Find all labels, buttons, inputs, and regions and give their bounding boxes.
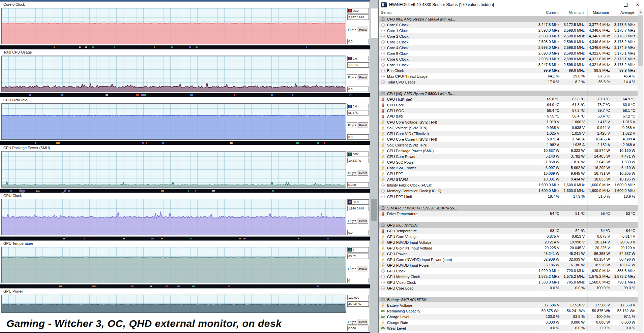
sensor-row-bus-clock[interactable]: Bus Clock99.9 MHz99.9 MHz99.9 MHz99.9 MH…: [379, 68, 638, 73]
sensor-row-core-1-clock[interactable]: Core 1 Clock2,598.0 MHz2,598.0 MHz4,346.…: [379, 28, 638, 33]
graph-max-box[interactable]: ): [347, 247, 369, 253]
fit-y-button[interactable]: Fit y: [347, 218, 357, 224]
sensor-row-cpu-ppt[interactable]: CPU PPT10.089 W9.645 W16.731 W10.205 W: [379, 171, 638, 176]
sensor-row-soc-current-svi2-tfn[interactable]: SoC Current (SVI2 TFN)1.982 A1.935 A2.18…: [379, 142, 638, 148]
sensor-row-core-2-clock[interactable]: Core 2 Clock2,598.0 MHz2,598.0 MHz4,346.…: [379, 33, 638, 39]
column-header-sensor[interactable]: Sensor: [379, 9, 537, 16]
vertical-scrollbar[interactable]: [638, 9, 643, 332]
sensor-row-core-soc-power[interactable]: Core+SoC Power6.997 W5.662 W16.299 W6.41…: [379, 165, 638, 171]
reset-button[interactable]: Reset: [358, 170, 368, 176]
window-titlebar[interactable]: HWiNFO64 v6.40-4330 Sensor Status [170 v…: [379, 0, 644, 9]
graph-window-titlebar[interactable]: CPU (Tctl/Tdie): [0, 97, 370, 103]
sensor-row-infinity-fabric-clock-fclk[interactable]: Infinity Fabric Clock (FCLK)1,600.0 MHz1…: [379, 182, 638, 188]
sensor-row-gpu-8-pin-1-input-voltage[interactable]: GPU 8-pin #1 Input Voltage20.225 V20.045…: [379, 245, 638, 251]
graph-max-box[interactable]: 00.0: [347, 199, 369, 205]
sensor-row-cpu-core-vid-effective[interactable]: CPU Core VID (Effective)1.025 V1.019 V1.…: [379, 131, 638, 136]
graph-max-box[interactable]: 0.0: [347, 56, 369, 61]
sensor-row-gpu-clock[interactable]: GPU Clock1,920.0 MHz720.0 MHz1,920.0 MHz…: [379, 268, 638, 274]
graph-min-box[interactable]: 0.0: [347, 230, 369, 235]
sensor-row-max-cpu-thread-usage[interactable]: Max CPU/Thread Usage64.1 %29.0 %87.5 %45…: [379, 73, 638, 79]
graph-min-box[interactable]: 0.0: [347, 39, 369, 44]
sensor-row-cpu-soc-power[interactable]: CPU SoC Power1.858 W1.816 W2.045 W1.939 …: [379, 159, 638, 165]
sensor-row-remaining-capacity[interactable]: Remaining Capacity59.875 Wh56.241 Wh59.8…: [379, 308, 638, 314]
graph-window-titlebar[interactable]: GPU Clock: [0, 193, 370, 199]
reset-button[interactable]: Reset: [358, 74, 368, 80]
sensor-row-core-0-clock[interactable]: Core 0 Clock3,247.5 MHz3,172.5 MHz3,377.…: [379, 22, 638, 28]
column-header-current[interactable]: Current: [537, 9, 562, 16]
sensor-row-gpu-video-clock[interactable]: GPU Video Clock1,560.0 MHz795.0 MHz1,560…: [379, 279, 638, 285]
sensor-row-cpu-core-power[interactable]: CPU Core Power5.140 W3.782 W14.483 W4.47…: [379, 154, 638, 159]
graph-max-box[interactable]: 000: [347, 152, 369, 157]
sensor-section-row[interactable]: Battery: SMP AP18E7M: [379, 297, 638, 302]
scroll-up-icon[interactable]: [638, 9, 643, 15]
reset-button[interactable]: Reset: [358, 319, 368, 325]
sensor-row-gpu-memory-clock[interactable]: GPU Memory Clock1,575.2 MHz1,575.2 MHz1,…: [379, 274, 638, 279]
sensor-row-wear-level[interactable]: Wear Level0.0 %0.0 %0.0 %0.0 %: [379, 325, 638, 331]
minimize-button[interactable]: —: [607, 0, 619, 9]
fit-y-button[interactable]: Fit y: [347, 74, 357, 80]
column-header-maximum[interactable]: Maximum: [587, 9, 613, 16]
sensor-row-core-5-clock[interactable]: Core 5 Clock2,598.0 MHz2,598.0 MHz4,321.…: [379, 51, 638, 56]
graph-min-box[interactable]: 0.0: [347, 87, 369, 92]
graph-window-titlebar[interactable]: Core 0 Clock: [0, 2, 370, 7]
sensor-row-cpu-core-voltage-svi2-tfn[interactable]: CPU Core Voltage (SVI2 TFN)1.019 V1.006 …: [379, 119, 638, 125]
sensor-row-gpu-core-load[interactable]: GPU Core Load0.0 %0.0 %100.0 %99.3 %: [379, 285, 638, 291]
reset-button[interactable]: Reset: [358, 27, 368, 32]
sensor-row-core-4-clock[interactable]: Core 4 Clock2,598.0 MHz2,598.0 MHz4,346.…: [379, 45, 638, 51]
sensor-section-row[interactable]: CPU [#0]: AMD Ryzen 7 5800H with Ra...: [379, 16, 638, 22]
fit-y-button[interactable]: Fit y: [347, 170, 357, 176]
sensor-row-gpu-temperature[interactable]: GPU Temperature63 °C62 °C64 °C64 °C: [379, 228, 638, 234]
sensor-row-cpu-core-current-svi2-tfn[interactable]: CPU Core Current (SVI2 TFN)5.071 A3.746 …: [379, 136, 638, 142]
sensor-row-gpu-power[interactable]: GPU Power45.241 W45.241 W86.355 W84.637 …: [379, 251, 638, 257]
sensor-row-cpu-ppt-limit[interactable]: CPU PPT Limit18.7 %17.9 %31.0 %18.9 %: [379, 194, 638, 199]
sensor-row-cpu-package-power-smu[interactable]: CPU Package Power (SMU)10.637 W9.322 W19…: [379, 148, 638, 154]
sensor-row-core-6-clock[interactable]: Core 6 Clock2,598.0 MHz2,598.0 MHz4,321.…: [379, 56, 638, 62]
close-button[interactable]: ✕: [632, 0, 644, 9]
sensor-row-soc-voltage-svi2-tfn[interactable]: SoC Voltage (SVI2 TFN)0.938 V0.938 V0.94…: [379, 125, 638, 131]
reset-button[interactable]: Reset: [358, 218, 368, 224]
sensor-row-core-3-clock[interactable]: Core 3 Clock2,598.0 MHz2,598.0 MHz4,346.…: [379, 39, 638, 45]
sensor-row-apu-gfx[interactable]: APU GFX57.5 °C56.4 °C58.4 °C57.2 °C: [379, 113, 638, 119]
graph-min-box[interactable]: 0.000: [347, 326, 369, 331]
sensor-row-drive-temperature[interactable]: Drive Temperature54 °C51 °C55 °C53 °C: [379, 211, 638, 217]
graph-current-value: 10.637 W: [347, 158, 369, 163]
graph-window-titlebar[interactable]: CPU Package Power (SMU): [0, 145, 370, 151]
sensor-section-row[interactable]: S.M.A.R.T.: WDC PC SN530 SDBPNPZ-...: [379, 205, 638, 211]
scrollbar-thumb[interactable]: [638, 15, 643, 66]
sensor-row-charge-rate[interactable]: Charge Rate0.000 W0.000 W0.000 W0.000 W: [379, 320, 638, 325]
graph-max-box[interactable]: 0.0: [347, 104, 369, 109]
sensor-row-core-7-clock[interactable]: Core 7 Clock3,247.5 MHz2,598.0 MHz4,321.…: [379, 62, 638, 68]
sensor-row-battery-voltage[interactable]: Battery Voltage17.586 V17.510 V17.588 V1…: [379, 302, 638, 308]
fit-y-button[interactable]: Fit y: [347, 122, 357, 128]
sensor-row-memory-controller-clock-uclk[interactable]: Memory Controller Clock (UCLK)1,600.0 MH…: [379, 188, 638, 194]
sensor-row-total-cpu-usage[interactable]: Total CPU Usage17.0 %8.2 %35.3 %14.4 %: [379, 79, 638, 85]
fit-y-button[interactable]: Fit y: [347, 319, 357, 325]
graph-window-titlebar[interactable]: GPU Temperature: [0, 241, 370, 246]
fit-y-button[interactable]: Fit y: [347, 266, 357, 271]
sensor-row-cpu-tctl-tdie[interactable]: CPU (Tctl/Tdie)65.8 °C63.8 °C79.3 °C64.9…: [379, 96, 638, 102]
sensor-row-apu-stapm[interactable]: APU STAPM10.381 W9.434 W18.833 W10.195 W: [379, 176, 638, 182]
reset-button[interactable]: Reset: [358, 122, 368, 128]
graph-min-box[interactable]: 0.000: [347, 182, 369, 188]
fit-y-button[interactable]: Fit y: [347, 27, 357, 32]
sensor-row-gpu-core-voltage[interactable]: GPU Core Voltage0.875 V0.613 V0.875 V0.6…: [379, 234, 638, 239]
column-header-average[interactable]: Average: [613, 9, 638, 16]
sensor-row-charge-level[interactable]: Charge Level100.0 %93.9 %100.0 %97.1 %: [379, 314, 638, 320]
value-cell-maximum: 4,346.6 MHz: [587, 39, 613, 45]
sensor-row-gpu-fbvdd-input-voltage[interactable]: GPU FBVDD Input Voltage20.214 V19.990 V2…: [379, 239, 638, 245]
column-header-minimum[interactable]: Minimum: [562, 9, 587, 16]
graph-max-box[interactable]: 120.000: [347, 295, 369, 300]
sensor-row-cpu-core[interactable]: CPU Core64.9 °C61.8 °C78.7 °C63.0 °C: [379, 102, 638, 108]
sensor-section-row[interactable]: GPU [#0]: NVIDIA:: [379, 222, 638, 228]
maximize-button[interactable]: [619, 0, 632, 9]
sensor-row-gpu-fbvdd-input-power[interactable]: GPU FBVDD Input Power6.186 W6.186 W18.92…: [379, 262, 638, 268]
sensor-row-cpu-soc[interactable]: CPU SOC58.4 °C57.2 °C59.7 °C58.1 °C: [379, 108, 638, 113]
graph-min-box[interactable]: 0.0: [347, 134, 369, 140]
sensor-row-gpu-core-nvvdd-input-power-sum[interactable]: GPU Core (NVVDD) Input Power (sum)32.939…: [379, 257, 638, 262]
reset-button[interactable]: Reset: [358, 266, 368, 271]
graph-window-titlebar[interactable]: GPU Power: [0, 289, 370, 294]
graph-min-box[interactable]: 0: [347, 278, 369, 283]
graph-window-titlebar[interactable]: Total CPU Usage: [0, 49, 370, 55]
sensor-section-row[interactable]: CPU [#0]: AMD Ryzen 7 5800H with Ra...: [379, 91, 638, 96]
graph-max-box[interactable]: 00.0: [347, 8, 369, 13]
